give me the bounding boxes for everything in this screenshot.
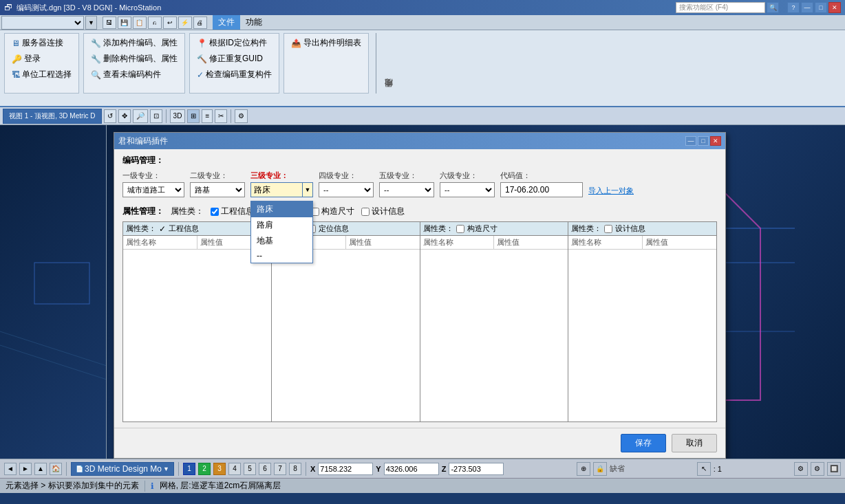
view-clip-btn[interactable]: ✂ <box>215 109 227 123</box>
toolbar-btn-1[interactable]: 🖫 <box>103 17 116 29</box>
ribbon-btn-login[interactable]: 🔑 登录 <box>9 52 74 66</box>
coord-y-label: Y <box>376 465 381 473</box>
view-fit-btn[interactable]: ⊡ <box>150 109 162 123</box>
plugin-arrow[interactable]: ▼ <box>85 16 97 30</box>
ribbon-btn-check-dup[interactable]: ✓ 检查编码重复构件 <box>194 67 275 82</box>
attr-col-0-checkbox-icon: ✓ <box>159 224 166 234</box>
attr-checkbox-input-0[interactable] <box>211 208 219 216</box>
num-btn-4[interactable]: 4 <box>228 463 241 475</box>
toolbar-btn-7[interactable]: 🖨 <box>193 17 207 29</box>
view-grid-btn[interactable]: ⊞ <box>187 109 200 123</box>
view-rotate-btn[interactable]: ↺ <box>104 109 116 123</box>
login-icon: 🔑 <box>12 54 22 64</box>
close-button[interactable]: ✕ <box>828 2 841 13</box>
svg-rect-0 <box>34 263 89 304</box>
level3-option-2[interactable]: 地基 <box>251 233 312 249</box>
cursor-btn[interactable]: ↖ <box>697 462 711 476</box>
info-text: 网格, 层:巡逻车道2cm石屑隔离层 <box>160 480 281 492</box>
level4-select[interactable]: -- <box>319 182 374 197</box>
level3-dropdown-btn[interactable]: ▼ <box>302 182 313 197</box>
nav-forward-btn[interactable]: ► <box>19 463 32 475</box>
ribbon-btn-add-code[interactable]: 🔧 添加构件编码、属性 <box>88 36 180 50</box>
view-layers-btn[interactable]: ≡ <box>202 109 213 123</box>
attr-checkbox-input-3[interactable] <box>361 208 370 216</box>
save-button[interactable]: 保存 <box>621 434 666 452</box>
dialog-minimize-btn[interactable]: — <box>685 136 696 146</box>
dialog-close-btn[interactable]: ✕ <box>710 136 721 146</box>
coord-z-input[interactable] <box>449 463 504 475</box>
view-zoom-btn[interactable]: 🔎 <box>133 109 148 123</box>
view-separator-2 <box>231 109 231 123</box>
ribbon-btn-view-unencoded[interactable]: 🔍 查看未编码构件 <box>88 67 180 82</box>
dialog-title-text: 君和编码插件 <box>118 135 168 147</box>
toolbar-btn-5[interactable]: ↩ <box>163 17 177 29</box>
lock-btn[interactable]: 🔒 <box>593 462 607 476</box>
snap-btn[interactable]: ⊕ <box>577 462 590 476</box>
level5-select[interactable]: -- <box>379 182 434 197</box>
search-box[interactable]: 搜索功能区 (F4) <box>676 2 765 13</box>
level2-select[interactable]: 路基 <box>190 182 245 197</box>
attr-col-2-body <box>420 250 568 421</box>
level3-option-1[interactable]: 路肩 <box>251 217 312 233</box>
search-button[interactable]: 🔍 <box>767 2 779 13</box>
view-pan-btn[interactable]: ✥ <box>118 109 131 123</box>
num-btn-7[interactable]: 7 <box>274 463 286 475</box>
app-icon: 🗗 <box>4 3 12 12</box>
maximize-button[interactable]: □ <box>815 2 827 13</box>
num-btn-3[interactable]: 3 <box>213 463 226 475</box>
plugin-selector[interactable]: 艾三维编辑插件 <box>1 16 84 30</box>
view-3d-btn[interactable]: 3D <box>170 109 186 123</box>
attr-col-2-name-header: 属性名称 <box>420 236 495 249</box>
num-btn-6[interactable]: 6 <box>259 463 271 475</box>
attr-col-0-header: 属性类： ✓ 工程信息 <box>123 222 271 236</box>
nav-back-btn[interactable]: ◄ <box>4 463 17 475</box>
level1-select[interactable]: 城市道路工 <box>122 182 184 197</box>
level3-select-display[interactable]: 路床 <box>250 182 302 197</box>
nav-up-btn[interactable]: ▲ <box>34 463 47 475</box>
num-btn-8[interactable]: 8 <box>289 463 301 475</box>
toolbar-btn-4[interactable]: ⎌ <box>148 17 162 29</box>
num-btn-1[interactable]: 1 <box>183 463 195 475</box>
attr-col-3-checkbox[interactable] <box>604 225 612 233</box>
code-field: 代码值： 17-06.20.00 <box>500 171 583 197</box>
menu-function[interactable]: 功能 <box>240 15 268 30</box>
cancel-button[interactable]: 取消 <box>672 434 717 452</box>
coord-x-input[interactable] <box>318 463 373 475</box>
minimize-button[interactable]: — <box>801 2 813 13</box>
attr-checkbox-2[interactable]: 构造尺寸 <box>311 206 354 217</box>
coord-y-input[interactable] <box>384 463 439 475</box>
toolbar-btn-6[interactable]: ⚡ <box>178 17 192 29</box>
level3-option-3[interactable]: -- <box>251 249 312 263</box>
settings-right-btn-1[interactable]: ⚙ <box>794 462 808 476</box>
level6-select[interactable]: -- <box>440 182 495 197</box>
attr-checkbox-3[interactable]: 设计信息 <box>361 206 405 217</box>
nav-home-btn[interactable]: 🏠 <box>50 463 62 475</box>
ribbon-btn-fix-guid[interactable]: 🔨 修正重复GUID <box>194 52 275 66</box>
level3-option-0[interactable]: 路床 <box>251 201 312 217</box>
ribbon-btn-unit[interactable]: 🏗 单位工程选择 <box>9 67 74 82</box>
settings-right-btn-3[interactable]: 🔲 <box>827 462 841 476</box>
dialog-titlebar[interactable]: 君和编码插件 — □ ✕ <box>114 133 725 149</box>
nav-separator-2 <box>178 462 179 476</box>
ribbon-btn-delete-code[interactable]: 🔧 删除构件编码、属性 <box>88 52 180 66</box>
settings-right-btn-2[interactable]: ⚙ <box>811 462 824 476</box>
attr-col-2-checkbox[interactable] <box>456 225 464 233</box>
dialog-maximize-btn[interactable]: □ <box>698 136 709 146</box>
attr-col-3-header-label: 属性类： <box>571 223 601 234</box>
model-tab-btn[interactable]: 📄 3D Metric Design Mo ▼ <box>71 462 174 476</box>
view-tab[interactable]: 视图 1 - 顶视图, 3D Metric D <box>3 109 102 124</box>
ribbon-btn-server[interactable]: 🖥 服务器连接 <box>9 36 74 50</box>
view-settings-btn[interactable]: ⚙ <box>235 109 248 123</box>
import-link[interactable]: 导入上一对象 <box>588 186 634 197</box>
menu-file[interactable]: 文件 <box>213 15 240 30</box>
ribbon-btn-locate-by-id[interactable]: 📍 根据ID定位构件 <box>194 36 275 50</box>
toolbar-btn-2[interactable]: 💾 <box>118 17 131 29</box>
ribbon-btn-export-detail[interactable]: 📤 导出构件明细表 <box>288 36 364 50</box>
attr-checkbox-0[interactable]: 工程信息 <box>211 206 254 217</box>
ribbon-area: 🖥 服务器连接 🔑 登录 🏗 单位工程选择 🔧 添加构件编码、属性 🔧 删除构件… <box>0 30 845 107</box>
num-btn-5[interactable]: 5 <box>244 463 256 475</box>
num-btn-2[interactable]: 2 <box>198 463 211 475</box>
model-tab-label: 3D Metric Design Mo <box>85 464 162 474</box>
toolbar-btn-3[interactable]: 📋 <box>133 17 147 29</box>
help-button[interactable]: ? <box>787 2 800 13</box>
